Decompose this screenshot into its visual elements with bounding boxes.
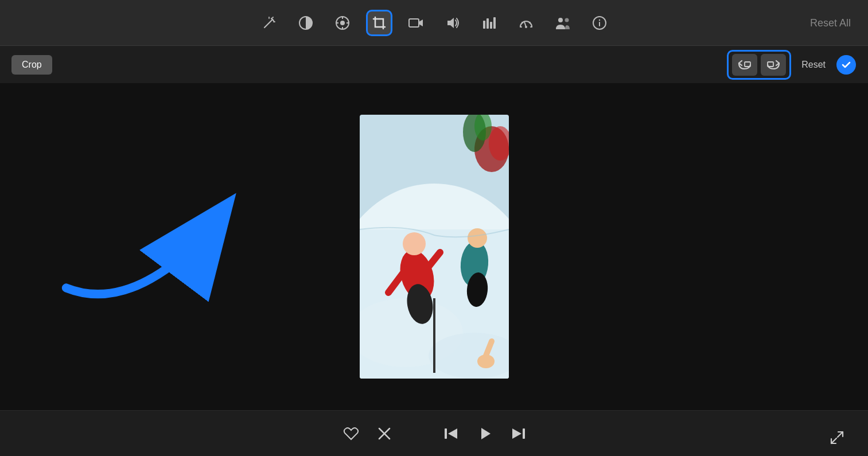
color-button[interactable] (293, 10, 319, 36)
crop-button[interactable] (366, 10, 392, 36)
svg-line-4 (273, 17, 273, 18)
svg-rect-46 (523, 428, 525, 439)
checkmark-button[interactable] (836, 54, 857, 75)
svg-point-15 (558, 18, 563, 22)
svg-point-14 (525, 26, 527, 28)
toolbar-icons (256, 10, 613, 36)
audio-button[interactable] (439, 10, 466, 36)
equalizer-button[interactable] (476, 10, 503, 36)
top-toolbar: Reset All (0, 0, 868, 46)
svg-rect-18 (599, 22, 600, 26)
svg-rect-11 (486, 18, 489, 29)
speedometer-button[interactable] (513, 10, 539, 36)
svg-point-29 (403, 232, 426, 255)
svg-rect-12 (490, 22, 492, 29)
svg-point-35 (468, 228, 487, 248)
rotate-ccw-button[interactable] (732, 54, 757, 76)
svg-point-16 (565, 18, 569, 22)
video-preview (360, 115, 509, 379)
expand-button[interactable] (829, 430, 845, 446)
svg-line-48 (838, 432, 843, 437)
delete-button[interactable] (377, 426, 392, 441)
right-controls: Reset (727, 50, 857, 80)
wand-button[interactable] (256, 10, 282, 36)
rotate-cw-button[interactable] (761, 54, 786, 76)
reset-button[interactable]: Reset (797, 60, 830, 70)
svg-rect-13 (493, 17, 496, 29)
people-button[interactable] (550, 10, 576, 36)
svg-point-7 (340, 21, 345, 25)
main-content (0, 83, 868, 410)
rotate-group (727, 50, 791, 80)
svg-rect-10 (483, 21, 485, 29)
prev-button[interactable] (443, 426, 460, 441)
svg-line-47 (831, 438, 836, 443)
annotation-arrow (23, 152, 344, 313)
svg-point-19 (598, 19, 600, 20)
svg-line-0 (264, 20, 273, 28)
bottom-toolbar (0, 410, 868, 456)
info-button[interactable] (586, 10, 613, 36)
svg-rect-8 (375, 19, 383, 27)
play-button[interactable] (477, 426, 493, 442)
video-camera-button[interactable] (403, 10, 429, 36)
next-button[interactable] (510, 426, 526, 441)
crop-label-button[interactable]: Crop (11, 55, 52, 75)
second-toolbar: Crop Reset (0, 46, 868, 83)
svg-rect-9 (409, 19, 419, 27)
video-frame (360, 115, 509, 379)
heart-button[interactable] (342, 426, 360, 442)
reset-all-button[interactable]: Reset All (810, 17, 851, 29)
checkmark-circle (836, 55, 856, 75)
svg-rect-45 (445, 428, 447, 439)
film-button[interactable] (329, 10, 356, 36)
